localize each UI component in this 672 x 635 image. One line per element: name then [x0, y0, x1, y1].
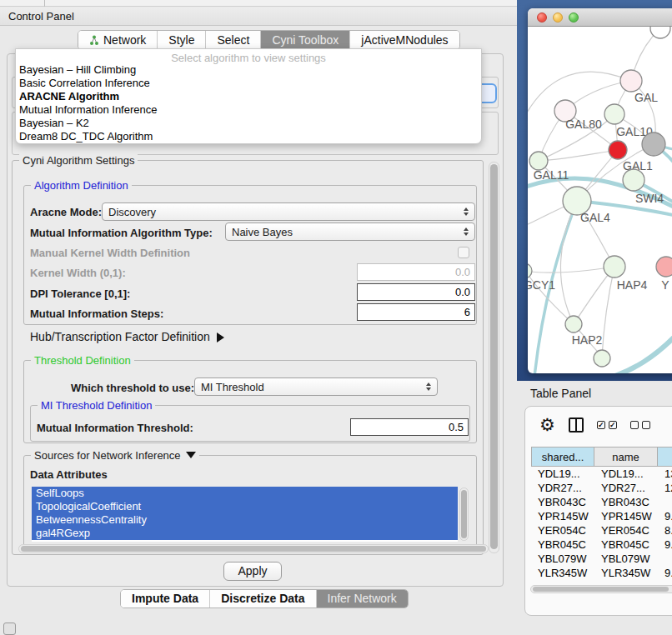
node-label: HAP2 [572, 333, 603, 347]
top-divider-tick [44, 0, 45, 7]
column-header-shared...[interactable]: shared... [531, 447, 594, 467]
data-attributes-list[interactable]: SelfLoopsTopologicalCoefficientBetweenne… [32, 487, 458, 542]
bottom-tab-infer-network[interactable]: Infer Network [317, 590, 408, 608]
table-cell [658, 552, 672, 566]
table-cell: 9. [658, 580, 672, 582]
bottom-tabstrip: Impute DataDiscretize DataInfer Network [120, 589, 409, 608]
mi-steps-field[interactable]: 6 [357, 303, 475, 321]
table-row[interactable]: YBR045CYBR045C9. [531, 538, 672, 552]
network-edge[interactable] [560, 201, 577, 324]
apply-button[interactable]: Apply [223, 562, 282, 581]
which-threshold-combo[interactable]: MI Threshold [194, 378, 438, 396]
bottom-tab-discretize-data[interactable]: Discretize Data [210, 590, 316, 608]
data-attribute-item[interactable]: TopologicalCoefficient [32, 500, 458, 513]
table-cell: YLR345W [594, 566, 658, 580]
application-window: { "control_panel": { "title": "Control P… [0, 0, 672, 635]
network-node-swi4[interactable] [623, 169, 644, 191]
network-canvas[interactable]: GALGAL80GAL10GAL1GAL11SWI4GAL4GCY1HAP4YH… [528, 27, 672, 373]
table-horizontal-scrollbar[interactable] [530, 585, 672, 593]
sources-group-title[interactable]: Sources for Network Inference [31, 449, 199, 462]
network-node-y[interactable] [656, 257, 672, 277]
network-view-window[interactable]: GALGAL80GAL10GAL1GAL11SWI4GAL4GCY1HAP4YH… [528, 8, 672, 373]
table-cell: YBR045C [594, 538, 658, 552]
control-panel-titlebar: Control Panel [0, 8, 517, 26]
dock-panel-icon[interactable] [3, 622, 16, 635]
checked-pair-icon[interactable]: ✓✓ [597, 421, 617, 429]
attributes-list-scrollbar[interactable] [459, 488, 469, 541]
table-cell: YIL052C [594, 580, 658, 582]
close-traffic-light-icon[interactable] [537, 12, 547, 22]
table-row[interactable]: YDR27...YDR27...12 [531, 481, 672, 495]
settings-vertical-scrollbar[interactable] [489, 162, 499, 553]
table-cell: YPR145W [594, 509, 658, 523]
mi-type-combo[interactable]: Naive Bayes [225, 222, 475, 241]
tab-jactivemnodules[interactable]: jActiveMNodules [350, 31, 459, 49]
table-row[interactable]: YPR145WYPR145W9. [531, 509, 672, 523]
mi-steps-label: Mutual Information Steps: [30, 308, 163, 320]
table-header-row: shared...name [531, 447, 672, 467]
table-cell: 9. [658, 538, 672, 552]
zoom-traffic-light-icon[interactable] [569, 12, 579, 22]
table-cell: YBR043C [531, 495, 594, 509]
network-node[interactable] [594, 350, 610, 367]
network-node-hap4[interactable] [604, 256, 625, 278]
algorithm-option[interactable]: Basic Correlation Inference [16, 77, 481, 90]
settings-horizontal-scrollbar[interactable] [18, 544, 489, 553]
network-node[interactable] [642, 132, 665, 156]
columns-icon[interactable] [569, 418, 584, 432]
table-row[interactable]: YIL052CYIL052C9. [531, 580, 672, 582]
network-node-gal1[interactable] [609, 141, 627, 159]
bottom-tab-impute-data[interactable]: Impute Data [121, 590, 210, 608]
network-node-gal[interactable] [620, 70, 642, 92]
tab-cyni-toolbox[interactable]: Cyni Toolbox [261, 31, 350, 49]
network-node-gcy1[interactable] [528, 263, 532, 278]
tab-label: Select [217, 33, 249, 47]
which-threshold-label: Which threshold to use: [71, 382, 194, 394]
tab-select[interactable]: Select [206, 31, 261, 49]
table-row[interactable]: YBR043CYBR043C [531, 495, 672, 509]
aracne-mode-combo[interactable]: Discovery [102, 202, 475, 221]
tab-label: Style [168, 33, 194, 47]
manual-kernel-checkbox[interactable] [458, 247, 469, 258]
tab-network[interactable]: Network [78, 31, 158, 49]
data-attribute-item[interactable]: SelfLoops [32, 487, 458, 500]
network-window-titlebar[interactable] [528, 8, 672, 27]
table-cell: YIL052C [531, 580, 594, 582]
node-label: GAL [634, 91, 658, 104]
control-panel-tabstrip: NetworkStyleSelectCyni ToolboxjActiveMNo… [78, 30, 460, 50]
network-node-gal10[interactable] [604, 104, 624, 124]
table-row[interactable]: YDL19...YDL19...13 [531, 467, 672, 481]
unchecked-pair-icon[interactable] [630, 421, 650, 429]
threshold-definition-title: Threshold Definition [31, 354, 134, 367]
network-node-gal11[interactable] [529, 152, 548, 170]
algorithm-option[interactable]: ARACNE Algorithm [16, 90, 481, 103]
column-header-name[interactable]: name [594, 447, 658, 467]
data-attribute-item[interactable]: BetweennessCentrality [32, 513, 458, 527]
which-threshold-value: MI Threshold [201, 381, 264, 393]
column-header-hidden[interactable] [658, 447, 672, 467]
minimize-traffic-light-icon[interactable] [553, 12, 563, 22]
table-cell: YDR27... [531, 481, 594, 495]
tab-style[interactable]: Style [158, 31, 206, 49]
algorithm-option[interactable]: Bayesian – Hill Climbing [16, 63, 481, 77]
kernel-width-field[interactable]: 0.0 [357, 263, 475, 281]
data-attribute-item[interactable]: gal4RGexp [32, 527, 458, 540]
table-row[interactable]: YLR345WYLR345W9. [531, 566, 672, 580]
algorithm-option[interactable]: Dream8 DC_TDC Algorithm [16, 130, 481, 143]
table-cell: YER054C [594, 523, 658, 538]
algorithm-option[interactable]: Mutual Information Inference [16, 103, 481, 117]
algorithm-option[interactable]: Bayesian – K2 [16, 117, 481, 130]
hub-definition-toggle[interactable]: Hub/Transcription Factor Definition [30, 330, 224, 343]
mi-threshold-field[interactable]: 0.5 [350, 418, 469, 436]
expanded-arrow-icon [186, 452, 196, 458]
table-row[interactable]: YBL079WYBL079W [531, 552, 672, 566]
table-row[interactable]: YER054CYER054C8. [531, 523, 672, 538]
gear-icon[interactable]: ⚙ [539, 417, 555, 433]
network-edge[interactable] [654, 144, 672, 231]
network-node-hap2[interactable] [565, 316, 582, 332]
dpi-tolerance-field[interactable]: 0.0 [357, 283, 475, 301]
network-node[interactable] [650, 27, 670, 38]
data-attributes-label: Data Attributes [30, 468, 108, 481]
network-edge[interactable] [528, 267, 614, 272]
algorithm-dropdown-popup: Select algorithm to view settings Bayesi… [15, 48, 482, 144]
